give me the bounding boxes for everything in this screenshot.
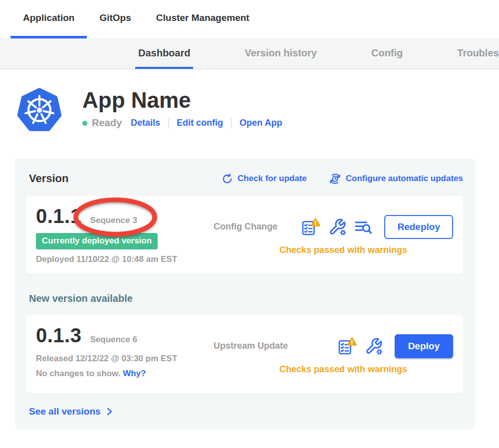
page-title: App Name bbox=[82, 88, 282, 112]
new-version-sequence: Sequence 6 bbox=[90, 335, 137, 345]
tab-troubleshoot[interactable]: Troubleshoot bbox=[454, 39, 499, 69]
new-version-card: 0.1.3 Sequence 6 Released 12/12/22 @ 03:… bbox=[26, 315, 463, 393]
version-card: Version Check for update bbox=[15, 158, 475, 429]
divider bbox=[168, 118, 169, 128]
deploy-button[interactable]: Deploy bbox=[395, 334, 453, 358]
configure-automatic-updates-button[interactable]: Configure automatic updates bbox=[329, 173, 463, 185]
top-nav-tab-gitops[interactable]: GitOps bbox=[87, 0, 143, 38]
new-version-number: 0.1.3 bbox=[36, 324, 81, 347]
preflight-checks-warning-icon[interactable] bbox=[337, 337, 357, 355]
version-section-heading: Version bbox=[29, 172, 68, 185]
app-sub-nav: Dashboard Version history Config Trouble… bbox=[0, 38, 499, 69]
current-version-sequence: Sequence 3 bbox=[90, 216, 137, 225]
open-app-link[interactable]: Open App bbox=[240, 118, 282, 128]
why-link[interactable]: Why? bbox=[123, 369, 146, 378]
tab-config[interactable]: Config bbox=[368, 39, 406, 69]
redeploy-button[interactable]: Redeploy bbox=[384, 215, 453, 239]
top-nav: Application GitOps Cluster Management bbox=[0, 0, 499, 38]
config-tools-icon[interactable] bbox=[328, 218, 346, 236]
app-header: App Name Ready Details Edit config Open … bbox=[17, 87, 499, 131]
version-source-label: Upstream Update bbox=[214, 341, 288, 351]
deployed-timestamp: Deployed 11/10/22 @ 10:48 am EST bbox=[36, 254, 206, 264]
version-source-label: Config Change bbox=[214, 222, 277, 232]
refresh-icon bbox=[222, 173, 233, 185]
see-all-versions-link[interactable]: See all versions bbox=[29, 406, 463, 417]
new-version-available-heading: New version available bbox=[29, 293, 463, 304]
view-files-icon[interactable] bbox=[354, 219, 372, 235]
checks-status-text: Checks passed with warnings bbox=[214, 245, 453, 255]
check-for-update-label: Check for update bbox=[238, 174, 307, 184]
chevron-right-icon bbox=[104, 407, 114, 417]
status-ready-dot bbox=[82, 121, 87, 126]
current-version-number: 0.1.1 bbox=[36, 205, 81, 227]
preflight-checks-warning-icon[interactable] bbox=[301, 218, 321, 236]
no-changes-line: No changes to show. Why? bbox=[36, 369, 206, 379]
divider bbox=[231, 118, 232, 128]
clock-update-icon bbox=[329, 173, 341, 185]
config-tools-icon[interactable] bbox=[365, 337, 383, 355]
configure-automatic-updates-label: Configure automatic updates bbox=[346, 174, 463, 184]
currently-deployed-badge: Currently deployed version bbox=[36, 233, 158, 249]
status-badge: Ready bbox=[92, 117, 122, 129]
see-all-versions-label: See all versions bbox=[29, 406, 101, 417]
top-nav-tab-cluster-management[interactable]: Cluster Management bbox=[144, 0, 262, 38]
no-changes-text: No changes to show. bbox=[36, 369, 120, 378]
top-nav-tab-application[interactable]: Application bbox=[10, 0, 87, 38]
checks-status-text: Checks passed with warnings bbox=[214, 364, 453, 375]
edit-config-link[interactable]: Edit config bbox=[177, 118, 223, 128]
released-timestamp: Released 12/12/22 @ 03:30 pm EST bbox=[36, 354, 206, 364]
current-version-card: 0.1.1 Sequence 3 Currently deployed vers… bbox=[26, 196, 463, 274]
tab-dashboard[interactable]: Dashboard bbox=[135, 39, 193, 69]
details-link[interactable]: Details bbox=[131, 118, 160, 128]
tab-version-history[interactable]: Version history bbox=[242, 39, 320, 69]
kubernetes-logo-icon bbox=[17, 87, 61, 131]
check-for-update-button[interactable]: Check for update bbox=[222, 173, 307, 185]
